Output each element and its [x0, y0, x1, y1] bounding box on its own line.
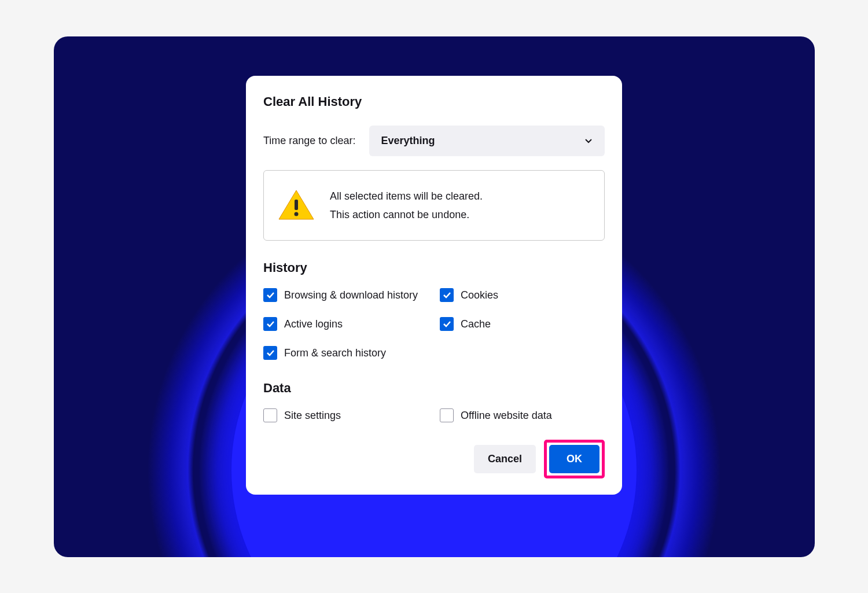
- checkmark-icon: [442, 319, 451, 329]
- checkbox-row-active-logins: Active logins: [263, 317, 428, 331]
- history-checkbox-grid: Browsing & download history Cookies Acti…: [263, 288, 605, 360]
- cancel-button[interactable]: Cancel: [474, 445, 536, 473]
- checkbox-label: Active logins: [284, 318, 343, 330]
- data-section: Data Site settings Offline website data: [263, 381, 605, 422]
- checkbox-label: Form & search history: [284, 347, 386, 359]
- dialog-button-row: Cancel OK: [263, 440, 605, 478]
- checkbox-row-cache: Cache: [440, 317, 605, 331]
- warning-box: All selected items will be cleared. This…: [263, 170, 605, 241]
- checkbox-cookies[interactable]: [440, 288, 454, 302]
- checkmark-icon: [266, 290, 275, 300]
- checkbox-row-offline-data: Offline website data: [440, 408, 605, 422]
- checkbox-label: Cookies: [461, 289, 498, 301]
- background-container: Clear All History Time range to clear: E…: [54, 36, 815, 557]
- checkbox-label: Browsing & download history: [284, 289, 418, 301]
- warning-icon: [278, 189, 315, 222]
- history-section-title: History: [263, 260, 605, 275]
- dialog-title: Clear All History: [263, 94, 605, 109]
- data-section-title: Data: [263, 381, 605, 396]
- checkbox-label: Offline website data: [461, 410, 552, 422]
- checkbox-form-search[interactable]: [263, 346, 277, 360]
- checkbox-row-site-settings: Site settings: [263, 408, 428, 422]
- ok-button-highlight: OK: [544, 440, 605, 478]
- dropdown-selected-value: Everything: [381, 135, 435, 147]
- time-range-dropdown[interactable]: Everything: [369, 126, 605, 156]
- ok-button[interactable]: OK: [549, 445, 599, 473]
- checkbox-label: Site settings: [284, 410, 341, 422]
- checkbox-row-browsing-download: Browsing & download history: [263, 288, 428, 302]
- svg-point-1: [295, 212, 299, 216]
- data-checkbox-grid: Site settings Offline website data: [263, 408, 605, 422]
- checkbox-offline-data[interactable]: [440, 408, 454, 422]
- checkbox-row-cookies: Cookies: [440, 288, 605, 302]
- time-range-label: Time range to clear:: [263, 135, 355, 147]
- warning-line-1: All selected items will be cleared.: [330, 187, 483, 205]
- checkbox-label: Cache: [461, 318, 491, 330]
- chevron-down-icon: [584, 136, 593, 145]
- checkmark-icon: [442, 290, 451, 300]
- checkmark-icon: [266, 348, 275, 358]
- history-section: History Browsing & download history Cook…: [263, 260, 605, 360]
- checkbox-site-settings[interactable]: [263, 408, 277, 422]
- svg-rect-0: [295, 200, 298, 210]
- checkbox-cache[interactable]: [440, 317, 454, 331]
- checkbox-row-form-search: Form & search history: [263, 346, 428, 360]
- warning-line-2: This action cannot be undone.: [330, 205, 483, 224]
- checkbox-active-logins[interactable]: [263, 317, 277, 331]
- time-range-row: Time range to clear: Everything: [263, 126, 605, 156]
- checkbox-browsing-download[interactable]: [263, 288, 277, 302]
- clear-history-dialog: Clear All History Time range to clear: E…: [246, 76, 622, 495]
- checkmark-icon: [266, 319, 275, 329]
- warning-text: All selected items will be cleared. This…: [330, 187, 483, 224]
